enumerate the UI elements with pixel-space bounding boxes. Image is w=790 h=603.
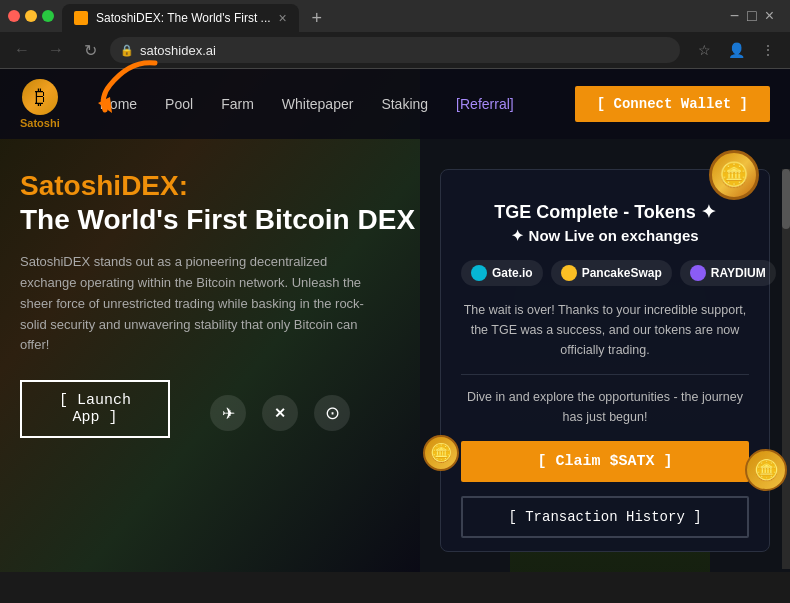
pancake-dot xyxy=(561,265,577,281)
menu-button[interactable]: ⋮ xyxy=(754,36,782,64)
hero-title: SatoshiDEX: The World's First Bitcoin DE… xyxy=(20,169,420,236)
traffic-lights xyxy=(8,10,54,22)
launch-app-button[interactable]: [ Launch App ] xyxy=(20,380,170,438)
browser-chrome: SatoshiDEX: The World's First ... × + − … xyxy=(0,0,790,69)
tge-text1: The wait is over! Thanks to your incredi… xyxy=(461,300,749,360)
right-panel: 🪙 TGE Complete - Tokens ✦ ✦ Now Live on … xyxy=(440,169,770,552)
title-bar: SatoshiDEX: The World's First ... × + − … xyxy=(0,0,790,32)
left-panel: SatoshiDEX: The World's First Bitcoin DE… xyxy=(20,169,420,552)
tab-close-button[interactable]: × xyxy=(279,10,287,26)
nav-staking[interactable]: Staking xyxy=(381,96,428,112)
nav-pool[interactable]: Pool xyxy=(165,96,193,112)
address-actions: ☆ 👤 ⋮ xyxy=(690,36,782,64)
maximize-button[interactable]: □ xyxy=(747,7,757,25)
main-content: SatoshiDEX: The World's First Bitcoin DE… xyxy=(0,139,790,572)
address-bar-row: ← → ↻ 🔒 satoshidex.ai ☆ 👤 ⋮ xyxy=(0,32,790,68)
exchange-logos: Gate.io PancakeSwap RAYDIUM xyxy=(461,260,749,286)
pancakeswap-badge: PancakeSwap xyxy=(551,260,672,286)
website-content: ₿ Satoshi Home Pool Farm Whitepaper Stak… xyxy=(0,69,790,572)
raydium-label: RAYDIUM xyxy=(711,266,766,280)
reload-button[interactable]: ↻ xyxy=(76,36,104,64)
address-bar[interactable]: 🔒 satoshidex.ai xyxy=(110,37,680,63)
tge-text2: Dive in and explore the opportunities - … xyxy=(461,374,749,427)
tab-bar: SatoshiDEX: The World's First ... × + xyxy=(62,0,722,32)
forward-button[interactable]: → xyxy=(42,36,70,64)
raydium-badge: RAYDIUM xyxy=(680,260,776,286)
gate-dot xyxy=(471,265,487,281)
active-tab[interactable]: SatoshiDEX: The World's First ... × xyxy=(62,4,299,32)
claim-satx-button[interactable]: [ Claim $SATX ] xyxy=(461,441,749,482)
transaction-history-button[interactable]: [ Transaction History ] xyxy=(461,496,749,538)
security-icon: 🔒 xyxy=(120,44,134,57)
nav-whitepaper[interactable]: Whitepaper xyxy=(282,96,354,112)
url-text: satoshidex.ai xyxy=(140,43,216,58)
new-tab-button[interactable]: + xyxy=(303,4,331,32)
bookmark-button[interactable]: ☆ xyxy=(690,36,718,64)
nav-links: Home Pool Farm Whitepaper Staking [Refer… xyxy=(100,96,575,112)
nav-referral[interactable]: [Referral] xyxy=(456,96,514,112)
back-button[interactable]: ← xyxy=(8,36,36,64)
minimize-button[interactable]: − xyxy=(730,7,739,25)
gate-label: Gate.io xyxy=(492,266,533,280)
coin-left-decoration: 🪙 xyxy=(423,435,459,471)
tab-favicon xyxy=(74,11,88,25)
tge-title: TGE Complete - Tokens ✦ ✦ Now Live on ex… xyxy=(461,190,749,246)
close-window-button[interactable] xyxy=(8,10,20,22)
coin-right-decoration: 🪙 xyxy=(745,449,787,491)
close-button[interactable]: × xyxy=(765,7,774,25)
nav-farm[interactable]: Farm xyxy=(221,96,254,112)
pancake-label: PancakeSwap xyxy=(582,266,662,280)
logo: ₿ Satoshi xyxy=(20,79,60,129)
telegram-icon[interactable]: ✈ xyxy=(210,395,246,431)
github-icon[interactable]: ⊙ xyxy=(314,395,350,431)
nav-home[interactable]: Home xyxy=(100,96,137,112)
connect-wallet-button[interactable]: [ Connect Wallet ] xyxy=(575,86,770,122)
maximize-window-button[interactable] xyxy=(42,10,54,22)
coin-top-decoration: 🪙 xyxy=(709,150,759,200)
tab-title: SatoshiDEX: The World's First ... xyxy=(96,11,271,25)
minimize-window-button[interactable] xyxy=(25,10,37,22)
raydium-dot xyxy=(690,265,706,281)
profile-button[interactable]: 👤 xyxy=(722,36,750,64)
gate-badge: Gate.io xyxy=(461,260,543,286)
hero-description: SatoshiDEX stands out as a pioneering de… xyxy=(20,252,380,356)
social-icons: ✈ ✕ ⊙ xyxy=(210,395,350,431)
twitter-x-icon[interactable]: ✕ xyxy=(262,395,298,431)
logo-text: Satoshi xyxy=(20,117,60,129)
navigation: ₿ Satoshi Home Pool Farm Whitepaper Stak… xyxy=(0,69,790,139)
logo-icon: ₿ xyxy=(22,79,58,115)
